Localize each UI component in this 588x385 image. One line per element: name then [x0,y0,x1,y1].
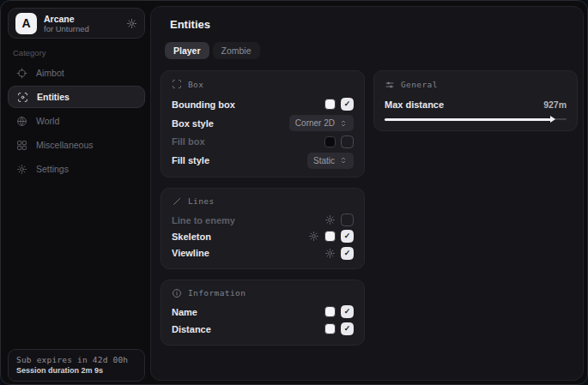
box-card-title: Box [188,80,203,89]
box-card: Box Bounding box Box style Corner 2D [161,70,365,177]
main-panel: Entities Player Zombie Box Bounding box [150,6,584,381]
sidebar-item-label: World [36,116,59,126]
screen: A Arcane for Unturned Category Aimbot [0,0,588,385]
sliders-icon [385,80,395,90]
page-title: Entities [170,18,210,31]
tab-zombie[interactable]: Zombie [213,42,260,59]
lines-card-title: Lines [188,196,215,206]
app-logo: A [15,13,37,34]
session-duration-text: Session duration 2m 9s [16,366,136,375]
crosshair-icon [16,68,27,79]
skeleton-row: Skeleton [172,228,354,244]
sub-expires-text: Sub expires in 42d 00h [16,355,136,364]
bounding-box-checkbox[interactable] [341,98,354,111]
subscription-card: Sub expires in 42d 00h Session duration … [8,349,145,382]
category-label: Category [13,48,46,57]
distance-checkbox[interactable] [341,322,354,335]
sidebar-item-label: Aimbot [36,68,64,78]
scan-eye-icon [17,92,28,103]
app-header-card: A Arcane for Unturned [8,8,145,39]
chevrons-up-down-icon [339,119,348,128]
sidebar-item-world[interactable]: World [8,110,145,132]
app-title: Arcane [44,14,89,24]
name-row: Name [172,304,354,321]
sidebar-nav: Aimbot Entities World [8,62,145,180]
skeleton-settings-icon[interactable] [308,231,319,242]
line-icon [172,196,182,207]
viewline-checkbox[interactable] [341,247,354,260]
slider-thumb-arrow[interactable] [550,116,555,123]
information-card: Information Name Distance [161,280,365,346]
viewline-settings-icon[interactable] [324,248,336,259]
general-card-title: General [401,80,438,89]
max-distance-slider[interactable] [385,115,567,123]
fill-box-color-swatch[interactable] [324,136,336,147]
sidebar-item-aimbot[interactable]: Aimbot [8,62,145,84]
skeleton-color-swatch[interactable] [324,231,336,242]
fill-box-row: Fill box [172,132,354,151]
header-gear-icon[interactable] [126,18,137,29]
fill-style-dropdown[interactable]: Static [307,153,354,169]
bounding-box-row: Bounding box [172,95,354,114]
name-checkbox[interactable] [341,305,354,318]
sidebar-item-label: Miscellaneous [36,140,94,150]
fill-box-checkbox[interactable] [341,135,354,148]
info-icon [172,288,182,298]
gear-icon [16,164,27,175]
tab-player[interactable]: Player [165,42,209,59]
entity-tabs: Player Zombie [165,42,260,59]
line-to-enemy-settings-icon[interactable] [324,214,336,226]
line-to-enemy-row: Line to enemy [172,212,354,228]
grid-icon [16,140,27,151]
sidebar-item-miscellaneous[interactable]: Miscellaneous [8,134,145,156]
lines-card: Lines Line to enemy Skeleton [161,188,365,269]
bounding-box-color-swatch[interactable] [324,99,336,110]
scan-box-icon [172,79,182,89]
slider-fill [385,118,552,121]
sidebar-item-label: Entities [37,92,70,102]
max-distance-row: Max distance 927m [385,96,567,112]
viewline-row: Viewline [172,245,354,262]
line-to-enemy-checkbox[interactable] [341,214,354,226]
skeleton-checkbox[interactable] [341,230,354,243]
sidebar-item-entities[interactable]: Entities [8,86,145,108]
app-subtitle: for Unturned [44,24,89,33]
fill-style-row: Fill style Static [172,151,354,170]
app-window: A Arcane for Unturned Category Aimbot [0,0,588,385]
box-style-row: Box style Corner 2D [172,114,354,133]
general-card: General Max distance 927m [373,70,578,131]
sidebar-item-label: Settings [36,164,69,174]
distance-row: Distance [172,321,354,338]
name-color-swatch[interactable] [324,306,336,317]
box-style-dropdown[interactable]: Corner 2D [289,115,354,131]
globe-icon [16,116,27,127]
chevrons-up-down-icon [339,156,348,165]
max-distance-value: 927m [543,99,567,110]
information-card-title: Information [188,288,246,298]
sidebar-item-settings[interactable]: Settings [8,158,145,180]
distance-color-swatch[interactable] [324,323,336,334]
